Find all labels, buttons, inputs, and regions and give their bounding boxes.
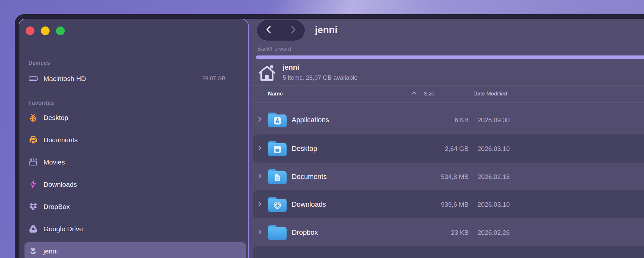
chevron-left-icon	[265, 25, 273, 36]
disclosure-chevron-icon[interactable]	[258, 145, 262, 153]
file-size: 23 KB	[451, 229, 469, 236]
header-bottom-divider	[250, 103, 644, 103]
folder-applications-icon	[268, 113, 287, 127]
caret-up-icon[interactable]	[411, 91, 417, 97]
file-size: 2,64 GB	[445, 145, 469, 152]
file-date-modified: 2026.02.26	[478, 229, 510, 236]
folder-plain-icon	[268, 225, 287, 240]
file-name: Downloads	[292, 200, 326, 208]
table-row-documents[interactable]: Documents 534,8 MB 2026.02.18	[0, 163, 644, 191]
file-name: Documents	[292, 173, 327, 181]
desktop-background: Devices Macintosh HD 28,07 GB Favorites …	[0, 0, 644, 258]
back-button[interactable]	[257, 20, 281, 41]
folder-desktop-icon	[268, 141, 287, 156]
table-row-desktop[interactable]: Desktop 2,64 GB 2026.03.10	[0, 134, 644, 163]
file-date-modified: 2026.03.10	[478, 201, 510, 208]
sidebar-section-devices: Devices	[28, 60, 50, 66]
hard-drive-icon	[28, 74, 38, 84]
close-button[interactable]	[26, 26, 34, 35]
file-date-modified: 2025.09.30	[478, 116, 510, 124]
zoom-button[interactable]	[56, 26, 65, 35]
folder-downloads-icon	[268, 197, 287, 212]
tulip-icon	[28, 246, 38, 256]
file-name: Dropbox	[292, 228, 318, 236]
file-size: 534,8 MB	[441, 173, 469, 180]
partial-next-row-stripe	[253, 246, 644, 258]
sidebar-section-favorites: Favorites	[28, 100, 54, 106]
back-forward-control	[257, 20, 305, 41]
sidebar-item-macintosh-hd[interactable]: Macintosh HD 28,07 GB	[24, 70, 246, 87]
minimize-button[interactable]	[41, 26, 50, 35]
table-row-applications[interactable]: Applications 6 KB 2025.09.30	[0, 106, 644, 134]
forward-button[interactable]	[281, 20, 305, 41]
header-top-divider	[250, 85, 644, 85]
sidebar-item-label: Macintosh HD	[43, 75, 86, 83]
column-header-date-modified[interactable]: Date Modified	[473, 91, 507, 97]
loading-progress-bar	[256, 55, 644, 59]
back-forward-tooltip: Back/Forward	[257, 46, 291, 52]
file-date-modified: 2026.02.18	[478, 173, 510, 180]
location-summary: 5 items, 28,07 GB available	[283, 74, 357, 81]
column-header-size[interactable]: Size	[424, 91, 434, 97]
file-size: 939,6 MB	[441, 201, 469, 208]
chevron-right-icon	[289, 25, 297, 36]
column-header-name[interactable]: Name	[268, 91, 283, 97]
disclosure-chevron-icon[interactable]	[258, 116, 262, 124]
file-size: 6 KB	[455, 116, 469, 124]
location-name: jenni	[283, 63, 299, 72]
window-title: jenni	[315, 25, 337, 35]
file-date-modified: 2026.03.10	[478, 145, 510, 152]
home-icon	[257, 64, 277, 83]
file-name: Desktop	[292, 144, 317, 153]
folder-documents-icon	[268, 169, 287, 184]
table-row-dropbox[interactable]: Dropbox 23 KB 2026.02.26	[0, 218, 644, 246]
file-name: Applications	[292, 116, 329, 124]
disclosure-chevron-icon[interactable]	[258, 173, 262, 181]
sidebar-item-label: jenni	[43, 247, 58, 255]
table-row-downloads[interactable]: Downloads 939,6 MB 2026.03.10	[0, 190, 644, 218]
disclosure-chevron-icon[interactable]	[258, 229, 262, 236]
device-capacity: 28,07 GB	[202, 75, 225, 82]
disclosure-chevron-icon[interactable]	[258, 201, 262, 208]
